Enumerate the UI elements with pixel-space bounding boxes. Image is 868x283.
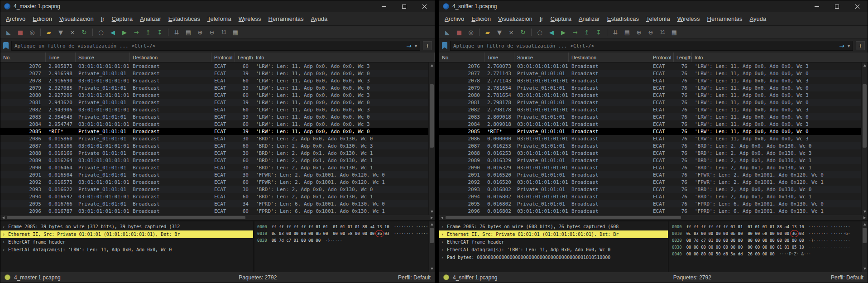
packet-row-2077[interactable]: 20772.771143Private_01:01:01BroadcastECA…: [439, 70, 861, 77]
menu-telefona[interactable]: Telefonía: [204, 15, 235, 22]
expander-icon[interactable]: ›: [2, 232, 8, 237]
go-last-icon[interactable]: ↧: [593, 27, 604, 38]
hex-row-0030[interactable]: 003000 00 00 00 00 00 00 00 00 00 00 00 …: [672, 244, 861, 250]
packet-row-2094[interactable]: 20940.01669203:01:01:01:01:01BroadcastEC…: [0, 193, 428, 200]
packet-row-2080[interactable]: 20802.92720603:01:01:01:01:01BroadcastEC…: [0, 91, 428, 99]
packet-row-2080[interactable]: 20802.78165403:01:01:01:01:01BroadcastEC…: [439, 91, 861, 99]
filter-apply-icon[interactable]: →: [406, 42, 412, 49]
packet-row-2096[interactable]: 20960.01678703:01:01:01:01:01BroadcastEC…: [0, 207, 428, 215]
display-filter-input[interactable]: Aplique un filtro de visualización ... <…: [11, 41, 420, 51]
hscrollbar-thumb[interactable]: [7, 216, 245, 219]
go-forward-icon[interactable]: ▶: [119, 27, 130, 38]
packet-row-2096[interactable]: 20960.01680203:01:01:01:01:01BroadcastEC…: [439, 207, 861, 215]
expert-info-icon[interactable]: [443, 274, 449, 280]
packet-row-2084[interactable]: 20842.80901803:01:01:01:01:01BroadcastEC…: [439, 120, 861, 128]
menu-captura[interactable]: Captura: [108, 15, 136, 22]
go-last-icon[interactable]: ↧: [154, 27, 165, 38]
capture-options-icon[interactable]: ◎: [465, 27, 476, 38]
expander-icon[interactable]: ›: [441, 240, 447, 245]
filter-apply-icon[interactable]: →: [839, 42, 844, 49]
packet-detail-line-2[interactable]: ›EtherCAT frame header: [0, 238, 253, 246]
column-header-protocol[interactable]: Protocol: [211, 53, 235, 62]
stop-capture-icon[interactable]: ■: [15, 27, 26, 38]
packet-row-2083[interactable]: 20832.954643Private_01:01:01BroadcastECA…: [0, 113, 428, 120]
expander-icon[interactable]: ›: [441, 247, 447, 252]
close-capture-icon[interactable]: ×: [67, 27, 78, 38]
status-profile[interactable]: Perfil: Default: [398, 274, 431, 281]
packet-row-2082[interactable]: 20822.79817803:01:01:01:01:01BroadcastEC…: [439, 106, 861, 113]
zoom-out-icon[interactable]: ⊖: [206, 27, 217, 38]
hex-row-0040[interactable]: 004000 00 80 00 50 d8 5a dd 26 00 00 00·…: [672, 250, 861, 257]
packet-list-scrollbar[interactable]: [428, 62, 435, 215]
column-header-destination[interactable]: Destination: [569, 53, 650, 62]
packet-detail-line-1[interactable]: ›Ethernet II, Src: Private_01:01:01 (01:…: [0, 230, 253, 238]
menu-ayuda[interactable]: Ayuda: [746, 15, 770, 22]
packet-row-2093[interactable]: 20930.016622Private_01:01:01BroadcastECA…: [0, 186, 428, 193]
reload-icon[interactable]: ↻: [79, 27, 90, 38]
maximize-button[interactable]: [827, 0, 847, 12]
packet-row-2078[interactable]: 20782.77114303:01:01:01:01:01BroadcastEC…: [439, 77, 861, 84]
menu-herramientas[interactable]: Herramientas: [265, 15, 307, 22]
stop-capture-icon[interactable]: ■: [454, 27, 465, 38]
menu-edicin[interactable]: Edición: [468, 15, 494, 22]
packet-row-2088[interactable]: 20880.01625303:01:01:01:01:01BroadcastEC…: [439, 149, 861, 157]
hex-pane-scrollbar[interactable]: [861, 221, 868, 272]
packet-row-2079[interactable]: 20792.927085Private_01:01:01BroadcastECA…: [0, 84, 428, 91]
column-header-length[interactable]: Length: [674, 53, 692, 62]
column-header-info[interactable]: Info: [692, 53, 868, 62]
packet-detail-line-4[interactable]: ›Pad bytes: 0000000000000000000000000000…: [439, 254, 668, 261]
hex-row-0000[interactable]: 0000ff ff ff ff ff ff 01 01 01 01 01 01 …: [672, 223, 861, 230]
maximize-button[interactable]: [394, 0, 414, 12]
packet-row-2084[interactable]: 20842.95474703:01:01:01:01:01BroadcastEC…: [0, 120, 428, 128]
scrollbar-thumb[interactable]: [430, 228, 434, 243]
filter-bookmark-icon[interactable]: [442, 42, 447, 49]
menu-wireless[interactable]: Wireless: [235, 15, 265, 22]
scrollbar-thumb[interactable]: [863, 228, 867, 243]
packet-row-2091[interactable]: 20910.016504Private_01:01:01BroadcastECA…: [0, 171, 428, 178]
filter-bookmark-icon[interactable]: [3, 42, 9, 49]
open-capture-icon[interactable]: ▰: [482, 27, 493, 38]
column-header-no[interactable]: No.: [439, 53, 484, 62]
hex-row-0000[interactable]: 0000ff ff ff ff ff ff 01 01 01 01 01 01 …: [257, 223, 428, 230]
packet-row-2077[interactable]: 20772.916598Private_01:01:01BroadcastECA…: [0, 70, 428, 77]
scroll-up-arrow-icon[interactable]: [431, 223, 433, 225]
filter-add-button[interactable]: +: [856, 41, 865, 50]
autoscroll-icon[interactable]: ⇊: [171, 27, 182, 38]
column-header-source[interactable]: Source: [514, 53, 569, 62]
packet-row-2078[interactable]: 20782.91669003:01:01:01:01:01BroadcastEC…: [0, 77, 428, 84]
menu-analizar[interactable]: Analizar: [136, 15, 165, 22]
expander-icon[interactable]: ›: [2, 224, 8, 229]
close-button[interactable]: [847, 0, 868, 12]
display-filter-input[interactable]: Aplique un filtro de visualización ... <…: [450, 41, 853, 51]
save-capture-icon[interactable]: ▼: [55, 27, 66, 38]
scroll-down-arrow-icon[interactable]: [863, 211, 866, 213]
expander-icon[interactable]: ›: [2, 240, 8, 245]
title-bar[interactable]: 4_master 1.pcapng: [0, 0, 435, 12]
column-header-source[interactable]: Source: [76, 53, 130, 62]
menu-visualizacin[interactable]: Visualización: [56, 15, 97, 22]
hex-row-0020[interactable]: 002000 7d c7 01 00 00 00·}·····: [257, 237, 428, 244]
resize-columns-icon[interactable]: ▦: [230, 27, 241, 38]
packet-row-2087[interactable]: 20870.01616603:01:01:01:01:01BroadcastEC…: [0, 142, 428, 149]
packet-detail-line-0[interactable]: ›Frame 2085: 39 bytes on wire (312 bits)…: [0, 223, 253, 230]
scroll-right-arrow-icon[interactable]: [863, 216, 866, 219]
column-header-destination[interactable]: Destination: [130, 53, 211, 62]
packet-row-2088[interactable]: 20880.016166Private_01:01:01BroadcastECA…: [0, 149, 428, 157]
go-forward-icon[interactable]: ▶: [558, 27, 569, 38]
menu-ayuda[interactable]: Ayuda: [307, 15, 331, 22]
expander-icon[interactable]: ›: [441, 232, 447, 237]
zoom-in-icon[interactable]: ⊕: [633, 27, 644, 38]
menu-edicin[interactable]: Edición: [29, 15, 56, 22]
packet-row-2081[interactable]: 20812.943620Private_01:01:01BroadcastECA…: [0, 99, 428, 106]
close-capture-icon[interactable]: ×: [506, 27, 517, 38]
menu-archivo[interactable]: Archivo: [2, 15, 29, 22]
column-header-no[interactable]: No.: [0, 53, 46, 62]
packet-row-2095[interactable]: 20950.016802Private_01:01:01BroadcastECA…: [439, 200, 861, 207]
packet-row-2086[interactable]: 20860.015860Private_01:01:01BroadcastECA…: [0, 135, 428, 142]
zoom-in-icon[interactable]: ⊕: [195, 27, 206, 38]
packet-row-2081[interactable]: 20812.798178Private_01:01:01BroadcastECA…: [439, 99, 861, 106]
scroll-up-arrow-icon[interactable]: [431, 64, 433, 67]
packet-row-2094[interactable]: 20940.01680203:01:01:01:01:01BroadcastEC…: [439, 193, 861, 200]
packet-row-2076[interactable]: 20762.90587303:01:01:01:01:01BroadcastEC…: [0, 62, 428, 70]
scroll-up-arrow-icon[interactable]: [863, 223, 866, 225]
